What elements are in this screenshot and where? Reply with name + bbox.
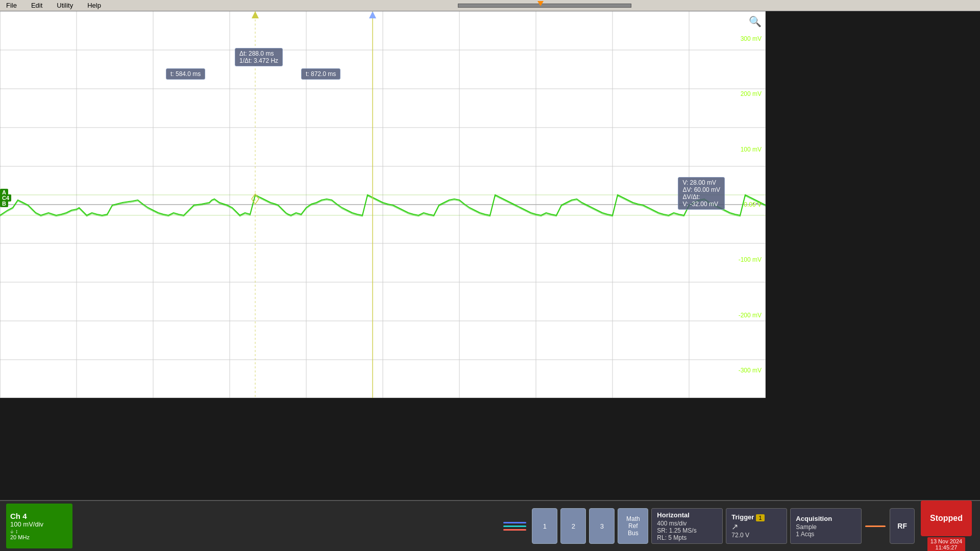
ch4-name: Ch 4: [10, 512, 68, 520]
stopped-btn[interactable]: Stopped: [921, 500, 972, 536]
horizontal-panel: Horizontal 400 ms/div SR: 1.25 MS/s RL: …: [651, 508, 723, 544]
y-200mv: 200 mV: [739, 90, 762, 97]
y-100mv: 100 mV: [739, 146, 762, 153]
v2-meas: V: -32.00 mV: [682, 201, 720, 208]
timeline-cursor: [537, 1, 544, 6]
svg-marker-24: [252, 11, 259, 18]
grid-svg: [0, 11, 766, 398]
horizontal-title: Horizontal: [657, 511, 717, 519]
scope-search-icon[interactable]: 🔍: [749, 15, 762, 28]
dv-meas: ΔV: 60.00 mV: [682, 186, 720, 193]
menubar: File Edit Utility Help: [0, 0, 980, 11]
horizontal-time-div: 400 ms/div: [657, 520, 717, 527]
y-n100mv: -100 mV: [739, 256, 762, 263]
svg-marker-23: [252, 194, 259, 204]
bottom-toolbar: Ch 4 100 mV/div ⏚ ↕ 20 MHz 1 2 3: [0, 500, 980, 551]
acquisition-title: Acquisition: [796, 515, 856, 522]
menu-file[interactable]: File: [4, 2, 19, 9]
ch4-bw: 20 MHz: [10, 534, 68, 540]
delta-time: Δt: 288.0 ms: [239, 50, 278, 57]
y-300mv: 300 mV: [739, 35, 762, 42]
scroll-indicator: ⋮: [751, 198, 764, 211]
svg-rect-18: [0, 11, 766, 398]
math-ref-bus-btn[interactable]: Math Ref Bus: [618, 508, 648, 544]
btn-2[interactable]: 2: [560, 508, 586, 544]
color-samples: [503, 522, 526, 531]
btn-3[interactable]: 3: [589, 508, 615, 544]
scope-main: Δt: 288.0 ms 1/Δt: 3.472 Hz t: 584.0 ms …: [0, 11, 980, 551]
menu-utility[interactable]: Utility: [55, 2, 75, 9]
trigger-num: 1: [756, 514, 764, 521]
y-n300mv: -300 mV: [739, 367, 762, 374]
v-meas-box: V: 28.00 mV ΔV: 60.00 mV ΔV/Δt: V: -32.0…: [678, 177, 725, 210]
delta-meas-box: Δt: 288.0 ms 1/Δt: 3.472 Hz: [235, 48, 283, 66]
stopped-section: Stopped 13 Nov 2024 11:45:27: [919, 500, 974, 551]
ch4-icons: ⏚ ↕: [10, 528, 68, 534]
color-sample-blue: [503, 522, 526, 523]
date-display: 13 Nov 2024: [930, 538, 962, 544]
btn-1[interactable]: 1: [532, 508, 557, 544]
cursor1-label: t: 584.0 ms: [166, 68, 205, 80]
trigger-arrow: ↗: [731, 522, 781, 532]
menu-edit[interactable]: Edit: [29, 2, 44, 9]
ch4-volts: 100 mV/div: [10, 520, 68, 528]
delta-freq: 1/Δt: 3.472 Hz: [239, 57, 278, 64]
rf-btn[interactable]: RF: [890, 508, 915, 544]
color-sample-red: [503, 529, 526, 531]
dvdt-meas: ΔV/Δt:: [682, 193, 720, 201]
ch4-info-box[interactable]: Ch 4 100 mV/div ⏚ ↕ 20 MHz: [6, 504, 72, 548]
v1-meas: V: 28.00 mV: [682, 179, 720, 186]
timeline-track[interactable]: [458, 4, 631, 8]
trigger-title: Trigger: [731, 513, 754, 521]
trigger-panel: Trigger 1 ↗ 72.0 V: [726, 508, 787, 544]
ch4-coupling-icon: ⏚ ↕: [10, 528, 18, 534]
channel-c4-marker: C4: [0, 194, 11, 202]
acquisition-panel: Acquisition Sample 1 Acqs: [790, 508, 862, 544]
datetime-box: 13 Nov 2024 11:45:27: [927, 537, 965, 551]
scope-display[interactable]: Δt: 288.0 ms 1/Δt: 3.472 Hz t: 584.0 ms …: [0, 11, 766, 398]
color-line-orange: [865, 525, 886, 527]
svg-marker-25: [369, 11, 376, 18]
horizontal-sr: SR: 1.25 MS/s: [657, 527, 717, 534]
color-sample-cyan: [503, 525, 526, 527]
horizontal-rl: RL: 5 Mpts: [657, 534, 717, 541]
main-layout: Δt: 288.0 ms 1/Δt: 3.472 Hz t: 584.0 ms …: [0, 11, 980, 551]
acquisition-acqs: 1 Acqs: [796, 531, 856, 538]
time-display: 11:45:27: [930, 544, 962, 550]
cursor2-label: t: 872.0 ms: [301, 68, 340, 80]
y-n200mv: -200 mV: [739, 312, 762, 319]
acquisition-mode: Sample: [796, 523, 856, 531]
waveform-svg: [0, 11, 766, 398]
menu-help[interactable]: Help: [85, 2, 103, 9]
trigger-voltage: 72.0 V: [731, 532, 781, 539]
